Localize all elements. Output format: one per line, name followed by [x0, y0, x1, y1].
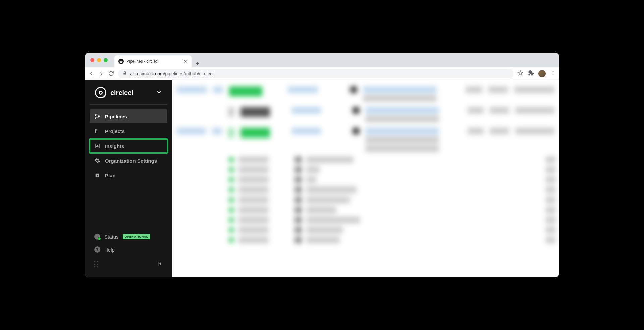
- svg-point-6: [95, 117, 96, 119]
- sidebar-item-org-settings[interactable]: Organization Settings: [90, 154, 167, 168]
- insights-icon: [94, 143, 100, 149]
- org-selector[interactable]: circleci: [90, 83, 167, 105]
- svg-point-1: [121, 61, 122, 62]
- grip-icon[interactable]: [94, 261, 98, 268]
- main-content: [172, 80, 559, 277]
- browser-tab[interactable]: Pipelines - circleci ✕: [114, 55, 192, 67]
- extensions-icon[interactable]: [528, 70, 534, 77]
- blurred-pipeline-list: [172, 80, 559, 249]
- tab-favicon-icon: [118, 59, 124, 64]
- back-button[interactable]: [88, 71, 94, 77]
- sidebar: circleci Pipelines Projects: [85, 80, 172, 277]
- status-label: Status: [104, 234, 119, 240]
- sidebar-item-insights[interactable]: Insights: [90, 139, 167, 153]
- pipelines-icon: [94, 113, 100, 119]
- status-indicator-icon: [94, 234, 100, 240]
- sidebar-item-label: Pipelines: [105, 114, 127, 119]
- sidebar-item-plan[interactable]: $ Plan: [90, 168, 167, 182]
- svg-point-3: [553, 72, 554, 73]
- sidebar-item-pipelines[interactable]: Pipelines: [90, 109, 167, 123]
- url-text: app.circleci.com/pipelines/github/circle…: [130, 71, 213, 76]
- collapse-sidebar-icon[interactable]: [157, 261, 163, 268]
- status-badge: OPERATIONAL: [123, 234, 150, 239]
- reload-button[interactable]: [108, 71, 114, 76]
- address-bar-row: app.circleci.com/pipelines/github/circle…: [85, 67, 559, 80]
- svg-rect-16: [158, 262, 159, 266]
- svg-point-2: [553, 71, 554, 72]
- help-label: Help: [104, 247, 115, 253]
- help-row[interactable]: ? Help: [90, 243, 167, 256]
- window-maximize-button[interactable]: [104, 58, 108, 62]
- sidebar-item-projects[interactable]: Projects: [90, 124, 167, 138]
- sidebar-item-label: Projects: [105, 128, 125, 134]
- svg-point-7: [98, 116, 100, 117]
- sidebar-bottom: Status OPERATIONAL ? Help: [85, 226, 172, 277]
- sidebar-item-label: Plan: [105, 173, 116, 178]
- status-row[interactable]: Status OPERATIONAL: [90, 230, 167, 243]
- window-close-button[interactable]: [90, 58, 94, 62]
- svg-rect-9: [96, 129, 97, 131]
- window-controls: [85, 58, 108, 62]
- svg-point-4: [553, 74, 554, 75]
- collapse-row: [90, 256, 167, 273]
- browser-menu-icon[interactable]: [550, 70, 556, 77]
- tab-title: Pipelines - circleci: [126, 59, 181, 64]
- svg-point-0: [120, 60, 122, 63]
- org-name: circleci: [110, 89, 152, 97]
- svg-rect-11: [96, 146, 97, 147]
- bookmark-icon[interactable]: [517, 70, 523, 77]
- nav-section: Pipelines Projects Insights: [85, 105, 172, 226]
- tabs: Pipelines - circleci ✕ +: [114, 53, 203, 67]
- browser-right-icons: [517, 70, 556, 77]
- help-icon: ?: [94, 246, 100, 253]
- browser-window: Pipelines - circleci ✕ + app.circleci.co…: [85, 53, 559, 277]
- chevron-down-icon: [156, 89, 162, 96]
- sidebar-item-label: Insights: [105, 143, 124, 149]
- browser-tab-bar: Pipelines - circleci ✕ +: [85, 53, 559, 67]
- projects-icon: [94, 128, 100, 134]
- address-bar[interactable]: app.circleci.com/pipelines/github/circle…: [118, 69, 513, 78]
- window-minimize-button[interactable]: [97, 58, 101, 62]
- svg-text:$: $: [97, 174, 98, 177]
- svg-rect-12: [97, 145, 98, 147]
- lock-icon: [123, 71, 127, 76]
- tab-close-icon[interactable]: ✕: [183, 59, 187, 64]
- gear-icon: [94, 158, 100, 164]
- org-logo-icon: [95, 87, 106, 98]
- profile-avatar[interactable]: [538, 70, 546, 77]
- svg-rect-13: [98, 146, 99, 147]
- app-container: circleci Pipelines Projects: [85, 80, 559, 277]
- new-tab-button[interactable]: +: [192, 60, 203, 67]
- svg-point-5: [95, 114, 96, 116]
- plan-icon: $: [94, 172, 100, 178]
- sidebar-item-label: Organization Settings: [105, 158, 157, 164]
- forward-button[interactable]: [98, 71, 104, 77]
